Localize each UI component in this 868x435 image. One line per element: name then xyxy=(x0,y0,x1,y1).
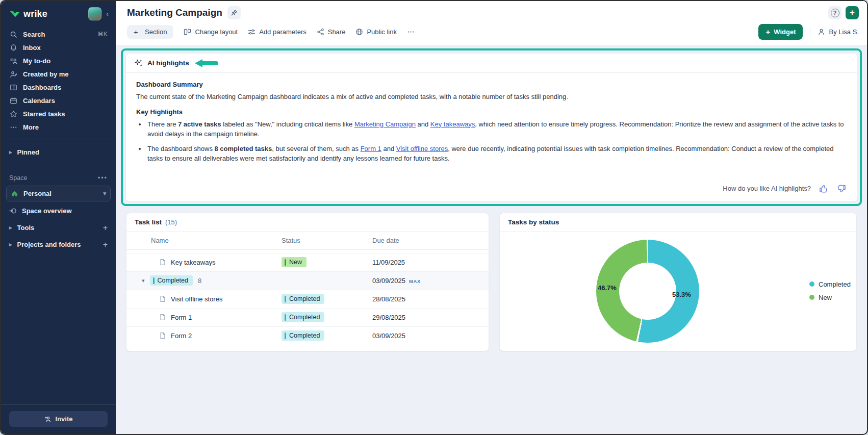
toolbar-more-button[interactable] xyxy=(407,28,415,36)
link-form-1[interactable]: Form 1 xyxy=(361,145,381,152)
task-name[interactable]: Form 1 xyxy=(171,314,192,321)
column-header-status[interactable]: Status xyxy=(282,237,372,244)
ai-highlights-annotation-box: AI highlights Dashboard Summary The curr… xyxy=(121,48,862,206)
status-badge-new: New xyxy=(282,257,307,267)
sidebar-item-calendars[interactable]: Calendars xyxy=(1,94,116,107)
chart-legend: Completed New xyxy=(809,280,851,301)
public-link-button[interactable]: Public link xyxy=(355,28,397,36)
help-button[interactable]: ? xyxy=(828,6,841,19)
sidebar-item-space-overview[interactable]: Space overview xyxy=(1,202,116,219)
sidebar-item-projects-folders[interactable]: ▸ Projects and folders + xyxy=(1,236,116,253)
layout-icon xyxy=(184,28,191,36)
main-area: Marketing Campaign ? + + Section xyxy=(116,1,867,434)
sidebar-item-search[interactable]: Search ⌘K xyxy=(1,28,116,41)
status-badge-completed: Completed xyxy=(282,312,324,322)
slice-label-completed: 53.3% xyxy=(672,291,691,298)
table-row-form-1[interactable]: Form 1 Completed 29/08/2025 xyxy=(126,309,489,327)
sidebar-item-more[interactable]: More xyxy=(1,120,116,134)
add-widget-label: Widget xyxy=(774,28,796,36)
sidebar-item-label: Projects and folders xyxy=(17,241,81,248)
sidebar-item-label: Calendars xyxy=(23,97,55,105)
due-date: 29/08/2025 xyxy=(372,314,489,321)
add-widget-button[interactable]: + Widget xyxy=(758,24,803,40)
chevron-down-icon[interactable]: ▾ xyxy=(142,277,145,284)
wrike-logo[interactable]: wrike xyxy=(9,9,47,19)
task-icon xyxy=(159,259,166,266)
due-date: 11/09/2025 xyxy=(372,259,489,266)
sidebar-item-label: Dashboards xyxy=(23,84,61,91)
wrike-logo-text: wrike xyxy=(23,9,47,19)
max-aggregation-tag: MAX xyxy=(409,278,421,284)
legend-dot-completed xyxy=(809,282,814,287)
column-header-name[interactable]: Name xyxy=(126,237,282,244)
user-avatar[interactable] xyxy=(88,7,101,20)
ai-highlight-item: There are 7 active tasks labeled as "New… xyxy=(146,119,847,139)
table-group-row-completed[interactable]: ▾ Completed 8 03/09/2025MAX xyxy=(126,272,489,290)
task-name[interactable]: Key takeaways xyxy=(171,259,215,266)
group-count: 8 xyxy=(198,277,201,285)
sliders-icon xyxy=(248,28,256,36)
link-key-takeaways[interactable]: Key takeaways xyxy=(430,120,475,128)
ai-highlight-item: The dashboard shows 8 completed tasks, b… xyxy=(146,144,847,164)
legend-label: Completed xyxy=(819,280,851,288)
app-window: wrike ‹ Search ⌘K Inbox My to-do xyxy=(0,0,868,435)
task-icon xyxy=(159,332,166,339)
sidebar-item-starred-tasks[interactable]: Starred tasks xyxy=(1,107,116,120)
add-section-label: Section xyxy=(145,28,167,36)
status-badge-completed: Completed xyxy=(282,294,324,304)
add-section-button[interactable]: + Section xyxy=(127,25,173,39)
link-visit-offline-stores[interactable]: Visit offline stores xyxy=(396,145,448,152)
page-title: Marketing Campaign xyxy=(127,7,222,18)
space-more-icon[interactable]: ••• xyxy=(98,174,108,182)
group-due-date: 03/09/2025 xyxy=(372,277,405,285)
column-header-due-date[interactable]: Due date xyxy=(372,237,489,244)
add-tool-icon[interactable]: + xyxy=(103,223,108,233)
table-row-visit-offline-stores[interactable]: Visit offline stores Completed 28/08/202… xyxy=(126,290,489,309)
author-byline[interactable]: By Lisa S. xyxy=(818,28,859,36)
sidebar-item-my-todo[interactable]: My to-do xyxy=(1,54,116,67)
sidebar-item-created-by-me[interactable]: Created by me xyxy=(1,67,116,81)
pin-button[interactable] xyxy=(227,6,241,19)
sidebar-item-inbox[interactable]: Inbox xyxy=(1,41,116,54)
star-icon xyxy=(9,110,17,118)
ai-summary-heading: Dashboard Summary xyxy=(136,80,847,90)
person-icon xyxy=(818,28,825,36)
tasks-by-status-widget: Tasks by status 46.7% 53.3% Completed xyxy=(499,213,857,351)
sidebar-item-label: Created by me xyxy=(23,70,69,78)
thumbs-up-button[interactable] xyxy=(819,184,829,194)
add-parameters-button[interactable]: Add parameters xyxy=(248,28,307,36)
sidebar-item-label: Tools xyxy=(17,224,35,232)
slice-label-new: 46.7% xyxy=(598,284,617,292)
dashboard-toolbar: + Section Change layout Add parameters S… xyxy=(127,25,415,39)
invite-button[interactable]: Invite xyxy=(9,411,108,427)
sidebar: wrike ‹ Search ⌘K Inbox My to-do xyxy=(1,1,116,434)
sidebar-item-label: More xyxy=(23,123,39,131)
task-icon xyxy=(159,314,166,321)
pin-icon xyxy=(231,9,238,16)
table-row-key-takeaways[interactable]: Key takeaways New 11/09/2025 xyxy=(126,253,489,272)
due-date: 03/09/2025 xyxy=(372,332,489,340)
add-project-icon[interactable]: + xyxy=(103,240,108,249)
ai-highlights-title: AI highlights xyxy=(147,59,189,67)
sidebar-item-dashboards[interactable]: Dashboards xyxy=(1,81,116,94)
task-name[interactable]: Visit offline stores xyxy=(171,295,222,303)
share-label: Share xyxy=(328,28,346,36)
task-icon xyxy=(159,295,166,302)
search-icon xyxy=(9,30,17,38)
global-add-button[interactable]: + xyxy=(846,6,859,19)
space-selector-personal[interactable]: Personal ▾ xyxy=(6,186,111,201)
sidebar-item-pinned[interactable]: ▸ Pinned xyxy=(1,144,116,160)
thumbs-down-button[interactable] xyxy=(836,184,847,194)
table-row-form-2[interactable]: Form 2 Completed 03/09/2025 xyxy=(126,327,489,345)
change-layout-button[interactable]: Change layout xyxy=(184,28,238,36)
space-section-header: Space ••• xyxy=(1,170,116,185)
sidebar-divider xyxy=(1,139,116,139)
sidebar-item-label: Inbox xyxy=(23,44,41,52)
link-marketing-campaign[interactable]: Marketing Campaign xyxy=(354,120,416,128)
space-overview-icon xyxy=(9,207,17,215)
task-table-header: Name Status Due date xyxy=(126,232,489,250)
share-button[interactable]: Share xyxy=(317,28,346,36)
sidebar-item-tools[interactable]: ▸ Tools + xyxy=(1,219,116,236)
sidebar-collapse-icon[interactable]: ‹ xyxy=(106,10,109,18)
task-name[interactable]: Form 2 xyxy=(171,332,192,340)
